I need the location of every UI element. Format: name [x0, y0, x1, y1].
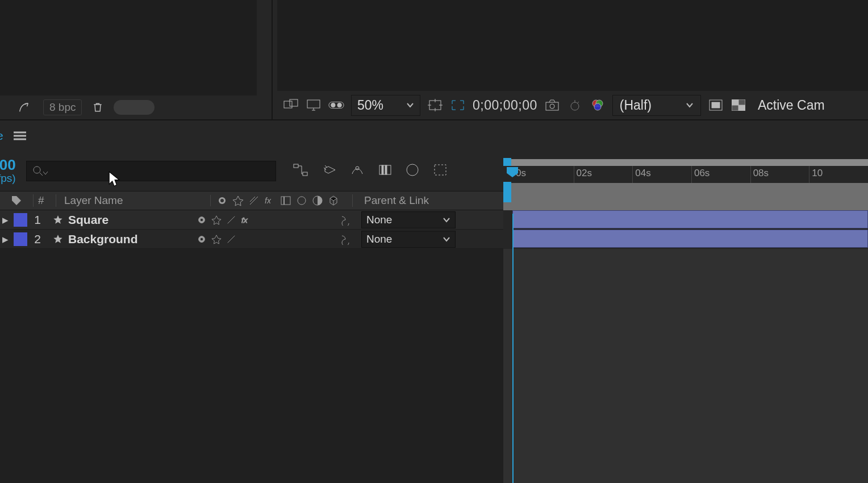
layer-name[interactable]: Background [68, 232, 193, 246]
parent-value: None [366, 233, 392, 245]
svg-rect-16 [738, 105, 745, 111]
svg-rect-28 [385, 165, 387, 174]
index-column-header[interactable]: # [33, 194, 56, 207]
ruler-tick: 08s [750, 166, 809, 183]
layer-bar[interactable] [512, 210, 868, 228]
twirl-icon[interactable]: ▸ [0, 232, 10, 246]
timeline-track-empty-area[interactable] [503, 249, 868, 483]
layer-row[interactable]: ▸ 1 Square fx None [0, 210, 503, 230]
fx-enabled-icon[interactable]: fx [241, 215, 252, 225]
svg-rect-15 [732, 99, 738, 105]
name-column-header[interactable]: Layer Name [56, 194, 210, 207]
3d-switch-icon [328, 195, 339, 206]
pickwhip-icon[interactable] [340, 214, 351, 226]
shape-layer-icon [48, 215, 68, 225]
graph-editor-icon[interactable] [406, 163, 419, 179]
layer-search-input[interactable] [26, 161, 276, 181]
svg-point-8 [550, 104, 554, 109]
shy-icon[interactable] [322, 163, 336, 179]
svg-rect-24 [303, 172, 307, 176]
layer-bar[interactable] [512, 230, 868, 248]
parent-dropdown[interactable]: None [361, 211, 456, 228]
svg-point-12 [594, 103, 601, 110]
layer-row[interactable]: ▸ 2 Background None [0, 230, 503, 249]
time-ruler-area: 0s 02s 04s 06s 08s 10 [503, 153, 868, 210]
toggle-viewer-icon[interactable] [283, 97, 299, 113]
pickwhip-icon[interactable] [340, 234, 351, 245]
viewer-current-time[interactable]: 0;00;00;00 [473, 98, 537, 113]
comp-flowchart-icon[interactable] [293, 164, 308, 178]
chevron-down-icon [43, 170, 48, 176]
svg-point-9 [571, 102, 579, 110]
work-area-bar[interactable] [503, 183, 868, 210]
layer-name[interactable]: Square [68, 213, 193, 227]
fast-preview-icon[interactable] [708, 97, 724, 113]
video-switch-icon[interactable] [197, 234, 207, 244]
motion-blur-icon[interactable] [378, 164, 392, 178]
project-search-pill[interactable] [114, 100, 155, 115]
frame-blend-icon[interactable] [350, 164, 365, 178]
snapshot-icon[interactable] [544, 97, 560, 113]
timeline-panel: 00 fps) # Layer Name fx [0, 151, 868, 483]
chevron-down-icon [686, 101, 694, 109]
resolution-dropdown[interactable]: (Half) [612, 95, 701, 116]
region-of-interest-icon[interactable] [450, 97, 466, 113]
svg-point-39 [200, 218, 203, 221]
panel-tab-partial[interactable]: e [0, 129, 3, 143]
time-ruler[interactable]: 0s 02s 04s 06s 08s 10 [503, 166, 868, 183]
composition-viewer-area [277, 0, 868, 91]
upper-region: 8 bpc 50% 0;00;00;00 (Half) Active Cam [0, 0, 868, 119]
parent-dropdown[interactable]: None [361, 231, 456, 248]
svg-rect-0 [284, 101, 292, 108]
label-column-header[interactable] [0, 195, 33, 206]
trash-icon[interactable] [90, 99, 106, 115]
timeline-tool-icons [293, 163, 448, 179]
chevron-down-icon [443, 216, 450, 224]
collapse-transform-icon[interactable] [211, 215, 222, 225]
quality-best-icon[interactable] [226, 215, 236, 225]
svg-point-25 [356, 166, 359, 170]
show-snapshot-icon[interactable] [567, 97, 583, 113]
svg-point-22 [34, 166, 40, 173]
parent-column-header[interactable]: Parent & Link [352, 194, 503, 207]
time-navigator[interactable] [503, 159, 868, 166]
panel-divider[interactable] [272, 0, 273, 119]
panel-menu-icon[interactable] [14, 131, 26, 141]
svg-rect-30 [435, 165, 446, 175]
color-depth-button[interactable]: 8 bpc [43, 99, 82, 115]
svg-rect-19 [14, 132, 26, 133]
monitor-icon[interactable] [306, 97, 322, 113]
quality-switch-icon [248, 195, 260, 206]
channel-icon[interactable] [590, 97, 606, 113]
svg-rect-18 [732, 105, 738, 111]
frame-blend-switch-icon [280, 195, 291, 206]
collapse-transform-icon[interactable] [211, 234, 222, 244]
current-time-indicator-line[interactable] [512, 214, 514, 483]
shy-switch-icon [216, 195, 228, 206]
safe-zones-icon[interactable] [427, 97, 443, 113]
magnification-dropdown[interactable]: 50% [351, 95, 420, 116]
svg-text:fx: fx [265, 196, 272, 205]
layer-index: 1 [27, 213, 48, 227]
parent-value: None [366, 214, 392, 226]
interpret-footage-icon[interactable] [16, 99, 32, 115]
layer-label-color[interactable] [14, 213, 27, 227]
svg-rect-35 [283, 197, 285, 205]
quality-best-icon[interactable] [226, 234, 236, 244]
switches-column-header[interactable]: fx [210, 195, 352, 206]
svg-point-5 [337, 103, 341, 107]
svg-rect-14 [712, 102, 720, 108]
layer-label-color[interactable] [14, 232, 27, 246]
video-switch-icon[interactable] [197, 215, 207, 225]
twirl-icon[interactable]: ▸ [0, 213, 10, 227]
layer-switches: fx [193, 215, 329, 225]
active-camera-label[interactable]: Active Cam [753, 98, 825, 113]
resolution-value: (Half) [620, 98, 652, 113]
svg-rect-17 [738, 99, 745, 105]
render-queue-icon[interactable] [433, 163, 448, 179]
transparency-grid-icon[interactable] [731, 97, 746, 113]
svg-text:fx: fx [241, 215, 248, 224]
current-time-display[interactable]: 00 [0, 157, 16, 172]
goggles-icon[interactable] [328, 97, 344, 113]
work-area-start-handle[interactable] [503, 182, 511, 202]
